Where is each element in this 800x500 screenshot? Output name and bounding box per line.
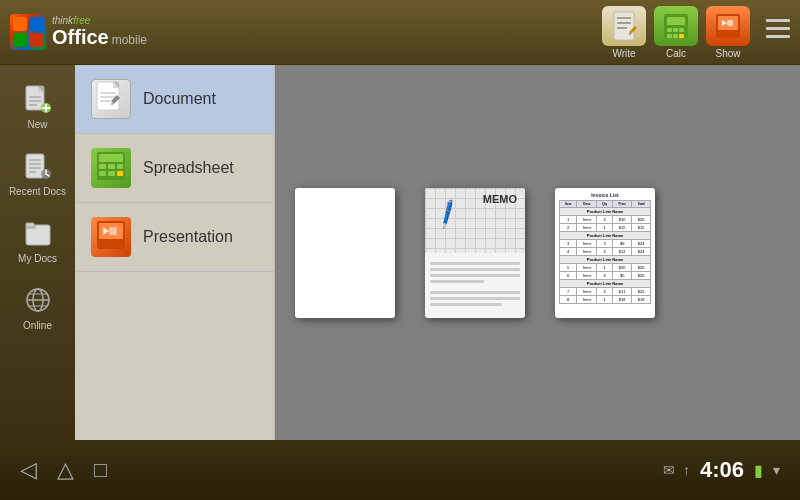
mail-icon: ✉ [663,462,675,478]
signal-icon: ↑ [683,462,690,478]
document-type-icon [91,79,131,119]
svg-rect-59 [99,164,106,169]
table-doc-title: Invoice List [559,192,651,198]
svg-rect-1 [29,17,43,31]
svg-rect-62 [99,171,106,176]
sidebar-item-mydocs[interactable]: My Docs [3,209,73,272]
battery-icon: ▮ [754,461,763,480]
svg-rect-64 [117,171,123,176]
svg-rect-24 [766,27,790,30]
svg-rect-63 [108,171,115,176]
sidebar-mydocs-label: My Docs [18,253,57,264]
show-label: Show [715,48,740,59]
table-preview: ItemDescQtyPriceTotal Product Line Name … [559,200,651,304]
menu-panel: Document Spreadsheet [75,65,275,440]
svg-rect-60 [108,164,115,169]
content-area: MEMO 🖊️ Invoice List ItemDescQ [275,65,800,440]
wifi-icon: ▾ [773,462,780,478]
menu-presentation-label: Presentation [143,228,233,246]
svg-rect-25 [766,35,790,38]
topbar: thinkfree Office mobile Write [0,0,800,65]
menu-spreadsheet-label: Spreadsheet [143,159,234,177]
sidebar-item-online[interactable]: Online [3,276,73,339]
new-icon [22,83,54,115]
recents-button[interactable]: □ [94,457,107,483]
sidebar-online-label: Online [23,320,52,331]
bottom-nav: ◁ △ □ [20,457,107,483]
logo-text-area: thinkfree Office mobile [52,15,147,49]
svg-rect-43 [26,223,34,227]
svg-rect-13 [673,28,678,32]
svg-rect-12 [667,28,672,32]
clock-display: 4:06 [700,457,744,483]
svg-rect-61 [117,164,123,169]
svg-rect-23 [766,19,790,22]
presentation-type-icon [91,217,131,257]
write-label: Write [612,48,635,59]
bottom-status: ✉ ↑ 4:06 ▮ ▾ [663,457,780,483]
calc-icon [654,6,698,46]
svg-rect-14 [679,28,684,32]
sidebar-item-new[interactable]: New [3,75,73,138]
menu-item-presentation[interactable]: Presentation [75,203,274,272]
svg-rect-69 [109,227,117,235]
show-button[interactable]: Show [706,6,750,59]
top-actions: Write Calc [602,6,790,59]
svg-rect-58 [99,154,123,162]
spreadsheet-type-icon [91,148,131,188]
template-blank[interactable] [295,188,395,318]
sidebar-item-recent[interactable]: Recent Docs [3,142,73,205]
calc-button[interactable]: Calc [654,6,698,59]
calc-label: Calc [666,48,686,59]
bottombar: ◁ △ □ ✉ ↑ 4:06 ▮ ▾ [0,440,800,500]
show-icon [706,6,750,46]
hamburger-menu-icon[interactable] [766,19,790,45]
menu-document-label: Document [143,90,216,108]
recent-icon [22,150,54,182]
svg-rect-17 [679,34,684,38]
logo-brand-think: thinkfree [52,15,147,26]
template-memo[interactable]: MEMO 🖊️ [425,188,525,318]
online-icon [22,284,54,316]
svg-rect-11 [667,17,685,25]
logo-area: thinkfree Office mobile [10,14,147,50]
svg-rect-2 [13,33,27,47]
back-button[interactable]: ◁ [20,457,37,483]
sidebar-new-label: New [27,119,47,130]
sidebar: New Recent Docs [0,65,75,440]
logo-mobile-text: mobile [112,33,147,47]
status-icons: ✉ ↑ [663,462,690,478]
main-content: New Recent Docs [0,65,800,440]
svg-rect-0 [13,17,27,31]
svg-rect-3 [29,33,43,47]
svg-rect-16 [673,34,678,38]
logo-icon [10,14,46,50]
svg-rect-4 [614,12,634,40]
logo-office-text: Office [52,26,109,49]
write-button[interactable]: Write [602,6,646,59]
svg-rect-21 [727,20,733,26]
menu-item-document[interactable]: Document [75,65,274,134]
sidebar-recent-label: Recent Docs [9,186,66,197]
memo-title-text: MEMO [483,193,517,205]
svg-rect-15 [667,34,672,38]
home-button[interactable]: △ [57,457,74,483]
write-icon [602,6,646,46]
template-table[interactable]: Invoice List ItemDescQtyPriceTotal Produ… [555,188,655,318]
mydocs-icon [22,217,54,249]
menu-item-spreadsheet[interactable]: Spreadsheet [75,134,274,203]
